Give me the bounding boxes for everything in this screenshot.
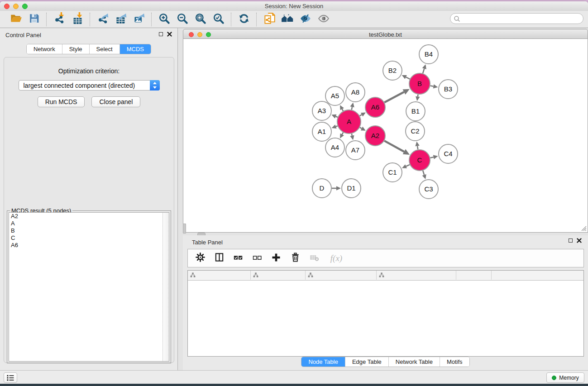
graph-edge-B-B4[interactable] — [422, 64, 426, 73]
table-cell[interactable] — [456, 302, 492, 310]
run-mcds-button[interactable]: Run MCDS — [38, 96, 85, 107]
tab-select[interactable]: Select — [90, 44, 120, 54]
table-cell[interactable] — [456, 310, 492, 317]
open-file-button[interactable] — [8, 12, 24, 27]
table-cell[interactable] — [188, 281, 251, 288]
graph-node-A6[interactable]: A6 — [365, 97, 385, 117]
tab-style[interactable]: Style — [62, 44, 90, 54]
mcds-result-item[interactable]: A6 — [9, 242, 169, 249]
canvas-edge-handle[interactable] — [183, 224, 186, 234]
table-cell[interactable] — [377, 310, 456, 317]
zoom-out-button[interactable] — [175, 12, 190, 27]
graph-edge-D-D1[interactable] — [332, 186, 341, 191]
table-cell[interactable] — [251, 281, 306, 288]
graph-node-A2[interactable]: A2 — [365, 126, 385, 146]
table-cell[interactable] — [306, 310, 377, 317]
search-input[interactable] — [462, 14, 579, 24]
export-table-button[interactable] — [113, 12, 129, 27]
column-header-predecessor-nodes[interactable] — [377, 271, 456, 280]
graph-edge-A-A2[interactable] — [360, 127, 366, 131]
graph-node-D[interactable]: D — [312, 179, 331, 198]
graph-node-B1[interactable]: B1 — [406, 102, 425, 121]
table-cell[interactable] — [251, 295, 306, 302]
graph-edge-B-B2[interactable] — [402, 75, 410, 79]
zoom-in-button[interactable] — [157, 12, 172, 27]
graph-node-C1[interactable]: C1 — [383, 163, 402, 182]
graph-edge-C-C2[interactable] — [415, 142, 419, 150]
graph-edge-A-A1[interactable] — [332, 124, 338, 129]
table-tab-edge-table[interactable]: Edge Table — [345, 357, 389, 367]
tab-mcds[interactable]: MCDS — [120, 44, 151, 54]
table-float-panel-icon[interactable] — [569, 238, 573, 243]
table-row[interactable] — [188, 281, 583, 288]
select-all-rows-button[interactable] — [232, 252, 244, 265]
graph-node-C3[interactable]: C3 — [419, 180, 438, 199]
optimization-criterion-dropdown[interactable]: largest connected component (directed) — [19, 80, 160, 91]
graph-edge-A-A8[interactable] — [350, 102, 354, 110]
graph-edge-A-A3[interactable] — [331, 114, 338, 119]
resize-grip-icon[interactable] — [580, 225, 587, 231]
graph-node-B[interactable]: B — [409, 73, 430, 94]
table-row[interactable] — [188, 302, 583, 310]
graph-node-A1[interactable]: A1 — [312, 122, 331, 141]
table-cell[interactable] — [456, 281, 492, 288]
table-cell[interactable] — [377, 295, 456, 302]
table-row[interactable] — [188, 288, 583, 295]
mcds-result-item[interactable]: A2 — [9, 213, 169, 220]
mcds-result-item[interactable]: C — [9, 234, 169, 242]
table-cell[interactable] — [306, 302, 377, 310]
graph-node-A5[interactable]: A5 — [325, 86, 344, 105]
result-scrollbar[interactable] — [163, 213, 169, 361]
graph-edge-A-A6[interactable] — [360, 113, 366, 117]
table-mode-gear-button[interactable] — [194, 252, 206, 265]
graph-edge-A2-C[interactable] — [384, 141, 410, 155]
graph-node-A[interactable]: A — [337, 110, 361, 133]
import-network-button[interactable] — [52, 12, 67, 27]
table-cell[interactable] — [377, 302, 456, 310]
graph-node-A3[interactable]: A3 — [312, 101, 331, 120]
refresh-layout-button[interactable] — [236, 12, 252, 27]
export-image-button[interactable] — [131, 12, 147, 27]
graph-edge-A6-B[interactable] — [384, 89, 410, 103]
graph-node-C[interactable]: C — [409, 150, 430, 171]
table-cell[interactable] — [188, 302, 251, 310]
tab-network[interactable]: Network — [27, 44, 62, 54]
memory-button[interactable]: Memory — [546, 372, 584, 383]
table-tab-motifs[interactable]: Motifs — [440, 357, 469, 367]
add-column-button[interactable] — [270, 252, 282, 265]
graph-edge-C-C1[interactable] — [402, 164, 410, 168]
graph-node-A8[interactable]: A8 — [346, 83, 365, 102]
home-button[interactable] — [280, 12, 295, 27]
zoom-fit-button[interactable] — [193, 12, 208, 27]
table-row[interactable] — [188, 295, 583, 302]
table-tab-network-table[interactable]: Network Table — [389, 357, 440, 367]
graph-node-B2[interactable]: B2 — [383, 61, 402, 80]
table-cell[interactable] — [456, 288, 492, 295]
column-header-MCDS-role[interactable] — [251, 271, 306, 280]
graph-edge-C-C3[interactable] — [422, 171, 426, 179]
table-cell[interactable] — [306, 281, 377, 288]
delete-columns-button[interactable] — [289, 252, 301, 265]
table-cell[interactable] — [188, 288, 251, 295]
close-panel-button[interactable]: Close panel — [91, 96, 140, 107]
network-window-titlebar[interactable]: testGlobe.txt — [183, 29, 588, 39]
table-cell[interactable] — [456, 295, 492, 302]
save-session-button[interactable] — [26, 12, 42, 27]
table-cell[interactable] — [188, 310, 251, 317]
network-canvas-svg[interactable]: B4B2BB3A5A8A6B1A3AC2A1A2A4A7C4CC1C3DD1 — [183, 39, 588, 232]
graph-edge-B-B1[interactable] — [416, 95, 420, 101]
graph-node-C4[interactable]: C4 — [439, 144, 458, 163]
task-history-button[interactable] — [4, 372, 17, 383]
show-columns-button[interactable] — [213, 252, 225, 265]
table-cell[interactable] — [188, 295, 251, 302]
table-cell[interactable] — [251, 302, 306, 310]
zoom-selected-button[interactable] — [211, 12, 226, 27]
network-canvas[interactable]: B4B2BB3A5A8A6B1A3AC2A1A2A4A7C4CC1C3DD1 — [183, 39, 588, 233]
graph-node-B3[interactable]: B3 — [439, 80, 458, 99]
table-cell[interactable] — [306, 288, 377, 295]
column-header-name[interactable] — [456, 271, 492, 280]
show-hide-eye-button[interactable] — [316, 12, 331, 27]
table-close-panel-icon[interactable] — [577, 238, 582, 243]
graph-node-C2[interactable]: C2 — [406, 122, 425, 141]
float-panel-icon[interactable] — [159, 32, 163, 36]
